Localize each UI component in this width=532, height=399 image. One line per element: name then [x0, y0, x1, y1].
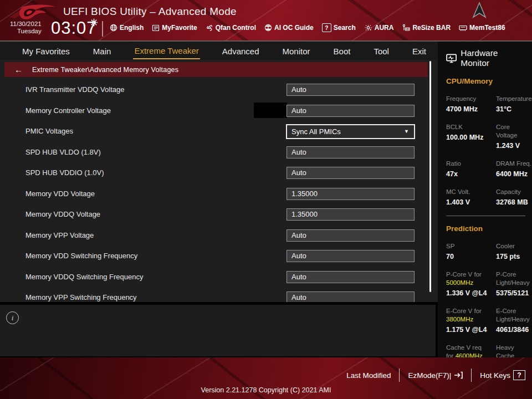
scrollbar[interactable] — [429, 61, 431, 292]
setting-row: Memory VDDQ Voltage 1.35000 — [0, 208, 438, 223]
stat-ratio: Ratio47x — [446, 160, 489, 178]
stat-cooler: Cooler175 pts — [496, 242, 530, 261]
stat-dram-freq: DRAM Freq.6400 MHz — [496, 160, 532, 178]
setting-row: Memory VDDQ Switching Frequency Auto — [0, 271, 438, 285]
exit-arrow-icon — [454, 371, 463, 379]
setting-value-field[interactable]: Auto — [287, 105, 415, 117]
footer-separator — [399, 369, 400, 382]
memtest86-button[interactable]: MemTest86 — [459, 24, 505, 32]
stat-mc-volt: MC Volt.1.403 V — [446, 188, 489, 207]
back-arrow-icon[interactable]: ← — [14, 65, 23, 74]
stat-core-voltage: Core Voltage1.243 V — [496, 123, 532, 150]
main-menu: My Favorites Main Extreme Tweaker Advanc… — [0, 42, 438, 60]
stat-ecore-v: E-Core V for 3800MHz1.175 V @L4 — [446, 307, 489, 334]
cpu-memory-heading: CPU/Memory — [446, 77, 526, 85]
memtest-icon — [459, 24, 467, 32]
hot-keys-button[interactable]: Hot Keys ? — [480, 370, 525, 380]
version-text: Version 2.21.1278 Copyright (C) 2021 AMI — [0, 386, 532, 394]
globe-icon — [110, 24, 117, 32]
language-button[interactable]: English — [110, 24, 144, 32]
quick-links: English MyFavorite Qfan Control AI OC Gu… — [110, 23, 505, 32]
ai-oc-icon — [264, 24, 272, 32]
redaction-overlay — [254, 103, 287, 118]
chevron-down-icon: ▼ — [404, 125, 409, 138]
resize-bar-icon — [402, 24, 410, 32]
setting-value-field[interactable]: Auto — [287, 291, 415, 302]
stat-bclk: BCLK100.00 MHz — [446, 123, 489, 150]
tab-monitor[interactable]: Monitor — [282, 43, 311, 59]
setting-label: Memory VDDQ Voltage — [25, 208, 100, 221]
header-separator — [102, 21, 103, 37]
info-icon: i — [6, 311, 19, 324]
tab-boot[interactable]: Boot — [332, 43, 352, 59]
fan-icon — [206, 24, 213, 32]
stat-ecore-light-heavy: E-Core Light/Heavy4061/3846 — [496, 307, 530, 334]
date-display: 11/30/2021 Tuesday — [10, 21, 42, 35]
favorite-icon — [152, 24, 160, 32]
setting-label: Memory Controller Voltage — [25, 105, 111, 117]
setting-label: Memory VPP Switching Frequency — [25, 291, 137, 302]
tab-main[interactable]: Main — [92, 43, 112, 59]
aura-button[interactable]: AURA — [364, 24, 394, 32]
tab-extreme-tweaker[interactable]: Extreme Tweaker — [133, 43, 200, 59]
setting-value-field[interactable]: Auto — [287, 229, 415, 242]
setting-label: Memory VPP Voltage — [25, 229, 94, 242]
setting-label: Memory VDD Voltage — [25, 188, 95, 200]
breadcrumb[interactable]: ← Extreme Tweaker\Advanced Memory Voltag… — [4, 62, 428, 77]
clock-settings-gear-icon[interactable] — [90, 18, 98, 27]
setting-value-field[interactable]: Auto — [287, 146, 415, 158]
uefi-bios-screen: { "header": { "title": "UEFI BIOS Utilit… — [0, 0, 532, 399]
monitor-icon — [446, 54, 457, 63]
stat-frequency: Frequency4700 MHz — [446, 95, 489, 114]
setting-row: Memory VDD Voltage 1.35000 — [0, 188, 438, 202]
setting-value-field[interactable]: Auto — [287, 271, 415, 283]
footer-separator — [471, 369, 472, 382]
tab-exit[interactable]: Exit — [411, 43, 427, 59]
setting-value-field[interactable]: 1.35000 — [287, 208, 415, 221]
setting-label: Memory VDDQ Switching Frequency — [25, 271, 143, 283]
setting-value-field[interactable]: Auto — [287, 250, 415, 262]
stat-temperature: Temperature31°C — [496, 95, 532, 114]
setting-row: SPD HUB VLDO (1.8V) Auto — [0, 146, 438, 161]
tab-advanced[interactable]: Advanced — [221, 43, 260, 59]
tab-my-favorites[interactable]: My Favorites — [21, 43, 71, 59]
pmic-voltages-dropdown[interactable]: Sync All PMICs ▼ — [286, 124, 415, 139]
setting-row: Memory Controller Voltage Auto — [0, 105, 438, 119]
hardware-monitor-sidebar: Hardware Monitor CPU/Memory Frequency470… — [438, 42, 532, 357]
tab-tool[interactable]: Tool — [372, 43, 390, 59]
mouse-cursor-icon — [470, 1, 489, 20]
sidebar-title: Hardware Monitor — [461, 48, 526, 68]
setting-row: Memory VPP Switching Frequency Auto — [0, 291, 438, 302]
setting-label: IVR Transmitter VDDQ Voltage — [25, 84, 124, 96]
sidebar-divider — [446, 216, 525, 216]
ai-oc-guide-button[interactable]: AI OC Guide — [264, 24, 314, 32]
myfavorite-button[interactable]: MyFavorite — [152, 24, 197, 32]
setting-label: PMIC Voltages — [25, 125, 73, 137]
aura-icon — [364, 24, 372, 32]
hardware-monitor-header: Hardware Monitor — [446, 48, 526, 68]
setting-label: SPD HUB VDDIO (1.0V) — [25, 167, 104, 179]
settings-panel: ← Extreme Tweaker\Advanced Memory Voltag… — [0, 60, 438, 302]
stat-pcore-light-heavy: P-Core Light/Heavy5375/5121 — [496, 270, 530, 298]
footer-bar: Last Modified EzMode(F7)| Hot Keys ? Ver… — [0, 357, 532, 399]
prediction-heading: Prediction — [446, 224, 526, 233]
help-info-panel: i — [0, 305, 436, 356]
setting-value-field[interactable]: Auto — [287, 84, 415, 96]
setting-row: PMIC Voltages Sync All PMICs ▼ — [0, 125, 438, 140]
ezmode-button[interactable]: EzMode(F7)| — [408, 371, 463, 380]
setting-label: Memory VDD Switching Frequency — [25, 250, 137, 262]
setting-row: Memory VDD Switching Frequency Auto — [0, 250, 438, 264]
breadcrumb-path: Extreme Tweaker\Advanced Memory Voltages — [32, 66, 178, 74]
search-button[interactable]: ? Search — [322, 23, 356, 32]
resize-bar-button[interactable]: ReSize BAR — [402, 24, 451, 32]
header-bar: UEFI BIOS Utility – Advanced Mode 11/30/… — [0, 0, 532, 42]
stat-capacity: Capacity32768 MB — [496, 188, 532, 207]
setting-row: SPD HUB VDDIO (1.0V) Auto — [0, 167, 438, 181]
setting-value-field[interactable]: 1.35000 — [287, 188, 415, 200]
setting-value-field[interactable]: Auto — [287, 167, 415, 179]
stat-sp: SP70 — [446, 242, 489, 261]
last-modified-button[interactable]: Last Modified — [346, 371, 391, 380]
qfan-control-button[interactable]: Qfan Control — [206, 24, 256, 32]
cpu-memory-stats: Frequency4700 MHz Temperature31°C BCLK10… — [446, 95, 526, 207]
search-icon: ? — [322, 23, 331, 32]
